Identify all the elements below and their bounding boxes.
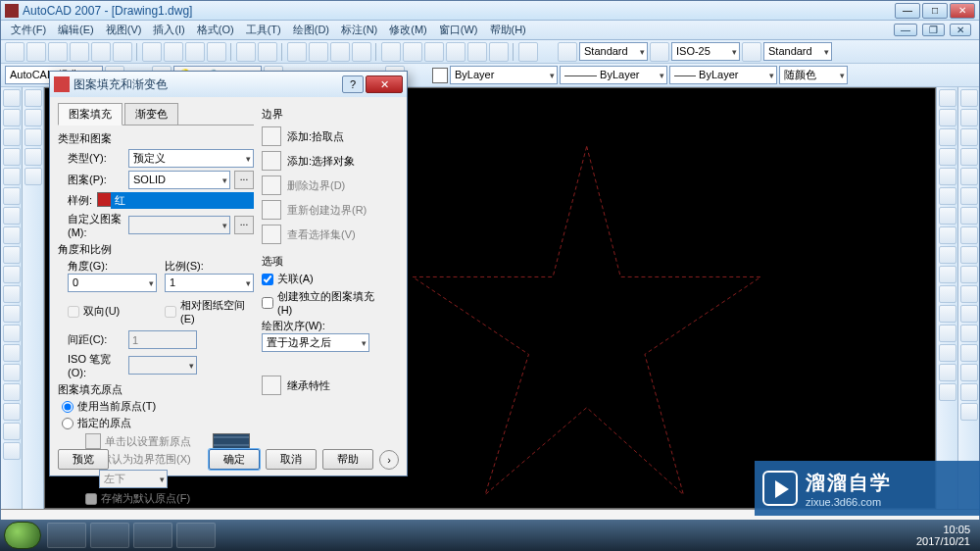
doc-minimize-button[interactable]: — [894,24,917,36]
expand-button[interactable]: › [379,450,399,470]
linetype-combo[interactable]: ——— ByLayer [560,66,667,84]
dim-arc-button[interactable] [960,128,978,146]
menu-window[interactable]: 窗口(W) [433,23,484,37]
separate-checkbox[interactable] [262,297,273,309]
ok-button[interactable]: 确定 [209,449,260,470]
dim-aligned-button[interactable] [960,109,978,126]
publish-button[interactable] [113,42,132,62]
rectangle-button[interactable] [3,168,21,185]
angle-combo[interactable]: 0 [68,274,157,292]
polyline-button[interactable] [3,128,21,146]
designcenter-button[interactable] [403,42,422,62]
sheetset-button[interactable] [446,42,466,62]
doc-close-button[interactable]: ✕ [950,24,971,36]
dimedit-button[interactable] [960,364,978,381]
dialog-help-button[interactable]: ? [342,75,364,93]
copy2-button[interactable] [939,109,956,126]
lineweight-combo[interactable]: —— ByLayer [669,66,777,84]
save-button[interactable] [48,42,68,62]
inherit-button[interactable]: 继承特性 [262,376,389,395]
redo-button[interactable] [258,42,277,62]
undo-button[interactable] [236,42,256,62]
color-swatch[interactable] [432,68,448,83]
open-button[interactable] [26,42,46,62]
dim-ord-button[interactable] [960,148,978,166]
menu-view[interactable]: 视图(V) [100,23,148,37]
area-button[interactable] [24,109,42,126]
toolpalettes-button[interactable] [424,42,444,62]
menu-dimension[interactable]: 标注(N) [335,23,383,37]
new-button[interactable] [5,42,24,62]
cut-button[interactable] [142,42,162,62]
cancel-button[interactable]: 取消 [266,449,317,470]
menu-tools[interactable]: 工具(T) [240,23,287,37]
properties-button[interactable] [381,42,401,62]
dim-continue-button[interactable] [960,285,978,303]
add-select-button[interactable]: 添加:选择对象 [262,151,389,171]
tab-hatch[interactable]: 图案填充 [58,103,122,125]
sample-swatch[interactable] [97,192,254,209]
doc-restore-button[interactable]: ❐ [922,24,945,36]
scale-combo[interactable]: 1 [165,274,254,292]
plot-button[interactable] [70,42,89,62]
zoom-button[interactable] [309,42,328,62]
spline-button[interactable] [3,246,21,264]
add-pick-button[interactable]: 添加:拾取点 [262,126,389,146]
help-button2[interactable]: 帮助 [322,449,373,470]
dim-radius-button[interactable] [960,168,978,185]
menu-file[interactable]: 文件(F) [5,23,52,37]
dim-linear-button[interactable] [960,89,978,107]
help-button[interactable] [518,42,538,62]
list-button[interactable] [24,148,42,166]
extend-button[interactable] [939,285,956,303]
gradient-button[interactable] [3,383,21,401]
chamfer-button[interactable] [939,344,956,362]
circle-button[interactable] [3,207,21,225]
task-explorer[interactable] [47,523,86,548]
hatch-button[interactable] [3,364,21,381]
minimize-button[interactable]: — [895,3,920,19]
start-button[interactable] [4,522,41,549]
array-button[interactable] [939,168,956,185]
pattern-browse-button[interactable]: ... [234,171,254,189]
matchprop-button[interactable] [207,42,226,62]
dimstyle-icon[interactable] [650,42,669,62]
break-button[interactable] [939,305,956,323]
preview-button[interactable] [91,42,111,62]
xline-button[interactable] [3,109,21,126]
dim-quick-button[interactable] [960,246,978,264]
move-button[interactable] [939,187,956,205]
dimstyle-combo[interactable]: ISO-25 [671,42,740,61]
tray-network-icon[interactable] [875,527,891,543]
point-button[interactable] [3,344,21,362]
revcloud-button[interactable] [3,226,21,244]
region2-button[interactable] [24,128,42,146]
tray-icon-3[interactable] [822,527,838,543]
plotstyle-combo[interactable]: 随颜色 [779,66,848,84]
origin-specified-radio[interactable] [62,418,74,429]
stretch-button[interactable] [939,246,956,264]
draworder-combo[interactable]: 置于边界之后 [262,333,369,352]
paste-button[interactable] [185,42,205,62]
dim-angular-button[interactable] [960,226,978,244]
tray-icon-5[interactable] [858,527,873,543]
zoom-window-button[interactable] [330,42,350,62]
id-button[interactable] [24,168,42,185]
maximize-button[interactable]: □ [922,3,948,19]
fillet-button[interactable] [939,364,956,381]
dialog-close-button[interactable]: ✕ [366,75,403,93]
menu-draw[interactable]: 绘图(D) [287,23,335,37]
sample-input[interactable] [111,192,254,209]
close-button[interactable]: ✕ [950,3,975,19]
menu-edit[interactable]: 编辑(E) [52,23,100,37]
erase-button[interactable] [939,89,956,107]
task-app2[interactable] [133,523,172,548]
task-autocad[interactable] [176,523,216,548]
tablestyle-combo[interactable]: Standard [763,42,832,61]
scale-button[interactable] [939,226,956,244]
textstyle-icon[interactable] [558,42,577,62]
table-button[interactable] [3,423,21,440]
dim-baseline-button[interactable] [960,266,978,283]
offset-button[interactable] [939,148,956,166]
dimupdate-button[interactable] [960,403,978,421]
